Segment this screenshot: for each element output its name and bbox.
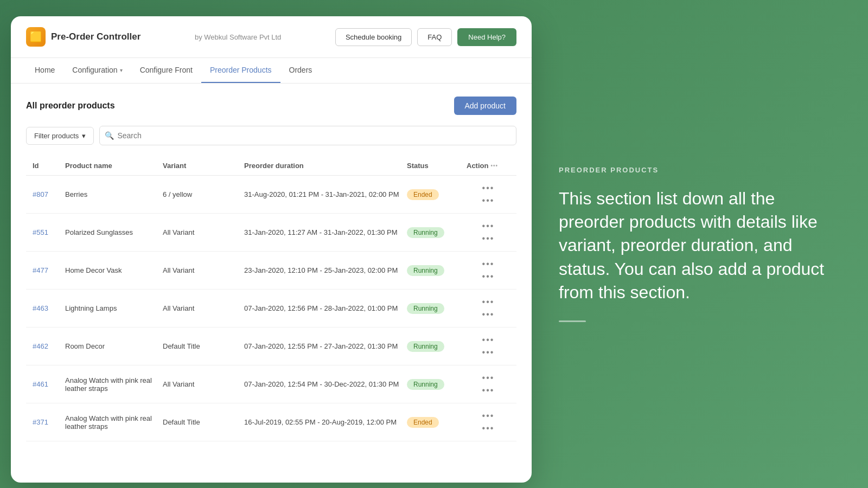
row-id[interactable]: #477 (33, 266, 65, 274)
col-status: Status (407, 162, 467, 170)
nav-orders[interactable]: Orders (280, 58, 321, 83)
action-menu-button-2[interactable]: ••• (467, 309, 510, 320)
row-status: Ended (407, 417, 467, 428)
row-id[interactable]: #461 (33, 380, 65, 388)
row-id[interactable]: #463 (33, 304, 65, 312)
section-description: This section list down all the preorder … (559, 187, 841, 304)
table-row: #461 Analog Watch with pink real leather… (26, 365, 516, 403)
row-name: Polarized Sunglasses (65, 228, 163, 236)
need-help-button[interactable]: Need Help? (457, 28, 516, 46)
app-title: Pre-Order Controller (51, 31, 141, 42)
row-id[interactable]: #371 (33, 418, 65, 426)
right-panel: PREORDER PRODUCTS This section list down… (532, 144, 868, 344)
filter-products-button[interactable]: Filter products ▾ (26, 127, 94, 145)
table-row: #807 Berries 6 / yellow 31-Aug-2020, 01:… (26, 176, 516, 214)
action-menu-button[interactable]: ••• (467, 296, 510, 308)
app-logo: 🟨 Pre-Order Controller (26, 27, 141, 47)
table-row: #462 Room Decor Default Title 07-Jan-202… (26, 328, 516, 365)
row-status: Ended (407, 189, 467, 200)
chevron-down-icon: ▾ (82, 132, 86, 140)
row-action: ••• ••• (467, 182, 510, 207)
action-menu-button-2[interactable]: ••• (467, 195, 510, 207)
action-menu-button[interactable]: ••• (467, 410, 510, 422)
row-variant: All Variant (163, 228, 244, 236)
row-name: Analog Watch with pink real leather stra… (65, 414, 163, 431)
row-id[interactable]: #551 (33, 228, 65, 236)
products-table: Id Product name Variant Preorder duratio… (26, 156, 516, 441)
row-variant: Default Title (163, 342, 244, 350)
nav-bar: Home Configuration ▾ Configure Front Pre… (11, 58, 532, 84)
row-variant: All Variant (163, 266, 244, 274)
row-duration: 31-Aug-2020, 01:21 PM - 31-Jan-2021, 02:… (244, 190, 407, 198)
action-menu-button-2[interactable]: ••• (467, 384, 510, 396)
nav-configuration[interactable]: Configuration ▾ (63, 58, 131, 83)
row-variant: Default Title (163, 418, 244, 426)
action-dots-icon: ••• (490, 163, 498, 169)
row-action: ••• ••• (467, 220, 510, 245)
search-icon: 🔍 (105, 131, 114, 140)
row-name: Home Decor Vask (65, 266, 163, 274)
row-name: Room Decor (65, 342, 163, 350)
row-duration: 16-Jul-2019, 02:55 PM - 20-Aug-2019, 12:… (244, 418, 407, 426)
action-menu-button-2[interactable]: ••• (467, 346, 510, 358)
add-product-button[interactable]: Add product (454, 97, 517, 115)
decorative-divider (559, 320, 586, 322)
row-duration: 23-Jan-2020, 12:10 PM - 25-Jan-2023, 02:… (244, 266, 407, 274)
row-status: Running (407, 265, 467, 276)
row-action: ••• ••• (467, 296, 510, 320)
search-input[interactable] (99, 126, 516, 145)
action-menu-button[interactable]: ••• (467, 372, 510, 384)
row-status: Running (407, 303, 467, 314)
nav-configure-front[interactable]: Configure Front (131, 58, 201, 83)
table-row: #371 Analog Watch with pink real leather… (26, 403, 516, 441)
content-area: All preorder products Add product Filter… (11, 84, 532, 483)
row-variant: 6 / yellow (163, 190, 244, 198)
action-menu-button[interactable]: ••• (467, 220, 510, 232)
schedule-booking-button[interactable]: Schedule booking (335, 28, 412, 46)
action-menu-button[interactable]: ••• (467, 334, 510, 346)
app-vendor: by Webkul Software Pvt Ltd (195, 33, 281, 41)
col-product-name: Product name (65, 162, 163, 170)
col-duration: Preorder duration (244, 162, 407, 170)
main-panel: 🟨 Pre-Order Controller by Webkul Softwar… (11, 16, 532, 483)
row-name: Berries (65, 190, 163, 198)
filter-search-row: Filter products ▾ 🔍 (26, 126, 516, 145)
row-action: ••• ••• (467, 372, 510, 396)
row-id[interactable]: #807 (33, 190, 65, 198)
col-variant: Variant (163, 162, 244, 170)
page-title: All preorder products (26, 101, 115, 111)
nav-home[interactable]: Home (26, 58, 63, 83)
action-menu-button-2[interactable]: ••• (467, 422, 510, 434)
app-header: 🟨 Pre-Order Controller by Webkul Softwar… (11, 16, 532, 58)
action-menu-button-2[interactable]: ••• (467, 233, 510, 245)
logo-icon: 🟨 (26, 27, 46, 47)
row-action: ••• ••• (467, 410, 510, 434)
row-id[interactable]: #462 (33, 342, 65, 350)
col-action: Action ••• (467, 162, 510, 170)
table-row: #477 Home Decor Vask All Variant 23-Jan-… (26, 252, 516, 290)
row-status: Running (407, 341, 467, 352)
row-action: ••• ••• (467, 334, 510, 358)
action-menu-button[interactable]: ••• (467, 258, 510, 270)
row-status: Running (407, 227, 467, 238)
chevron-down-icon: ▾ (120, 67, 123, 73)
row-duration: 31-Jan-2020, 11:27 AM - 31-Jan-2022, 01:… (244, 228, 407, 236)
row-duration: 07-Jan-2020, 12:56 PM - 28-Jan-2022, 01:… (244, 304, 407, 312)
table-row: #551 Polarized Sunglasses All Variant 31… (26, 214, 516, 252)
section-label: PREORDER PRODUCTS (559, 166, 841, 174)
row-variant: All Variant (163, 304, 244, 312)
row-action: ••• ••• (467, 258, 510, 282)
row-status: Running (407, 379, 467, 390)
nav-preorder-products[interactable]: Preorder Products (201, 58, 280, 83)
faq-button[interactable]: FAQ (417, 28, 452, 46)
action-menu-button-2[interactable]: ••• (467, 271, 510, 282)
table-row: #463 Lightning Lamps All Variant 07-Jan-… (26, 290, 516, 328)
table-header: Id Product name Variant Preorder duratio… (26, 156, 516, 176)
header-actions: Schedule booking FAQ Need Help? (335, 28, 516, 46)
row-name: Analog Watch with pink real leather stra… (65, 376, 163, 393)
row-duration: 07-Jan-2020, 12:55 PM - 27-Jan-2022, 01:… (244, 342, 407, 350)
row-name: Lightning Lamps (65, 304, 163, 312)
col-id: Id (33, 162, 65, 170)
row-duration: 07-Jan-2020, 12:54 PM - 30-Dec-2022, 01:… (244, 380, 407, 388)
action-menu-button[interactable]: ••• (467, 182, 510, 194)
